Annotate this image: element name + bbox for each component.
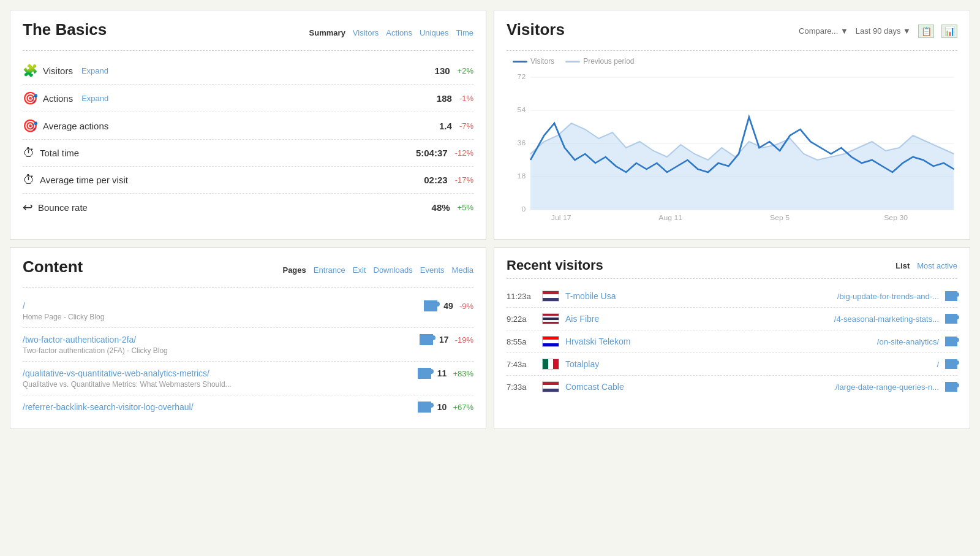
visitors-expand[interactable]: Expand <box>81 66 108 75</box>
chart-type-icon[interactable]: 📊 <box>941 25 957 38</box>
actions-count: 188 <box>437 93 452 104</box>
basics-label-bounce: ↩ Bounce rate <box>23 200 88 215</box>
legend-previous-line <box>565 61 580 63</box>
content-url-2[interactable]: /qualitative-vs-quantitative-web-analyti… <box>23 368 209 378</box>
basics-nav-time[interactable]: Time <box>456 28 473 37</box>
basics-panel: The Basics Summary Visitors Actions Uniq… <box>10 10 486 240</box>
chart-controls: Compare... ▼ Last 90 days ▼ 📋 📊 <box>799 25 957 38</box>
rv-page-3[interactable]: / <box>937 360 939 369</box>
legend-current-line <box>513 61 527 63</box>
rv-time-4: 7:33a <box>507 383 536 392</box>
content-nav-media[interactable]: Media <box>452 265 473 275</box>
rv-page-2[interactable]: /on-site-analytics/ <box>877 337 939 346</box>
rv-action-icon-3[interactable] <box>945 359 957 369</box>
content-nav-downloads[interactable]: Downloads <box>374 265 413 275</box>
legend-current-label: Visitors <box>530 57 554 66</box>
content-nav-exit[interactable]: Exit <box>353 265 366 275</box>
basics-label-avg-actions: 🎯 Average actions <box>23 118 108 133</box>
basics-nav-summary[interactable]: Summary <box>309 28 345 37</box>
svg-text:54: 54 <box>518 106 526 113</box>
content-stats-1: 17 -19% <box>420 334 473 345</box>
rv-page-4[interactable]: /large-date-range-queries-n... <box>835 383 939 392</box>
content-change-2: +83% <box>453 369 473 378</box>
period-dropdown[interactable]: Last 90 days ▼ <box>856 26 911 36</box>
avg-time-icon: ⏱ <box>23 173 35 187</box>
content-row-2-header: /qualitative-vs-quantitative-web-analyti… <box>23 368 473 379</box>
avg-time-label: Average time per visit <box>40 175 128 185</box>
rv-isp-3[interactable]: Totalplay <box>565 359 930 369</box>
rv-isp-4[interactable]: Comcast Cable <box>565 382 829 392</box>
visitors-chart-svg: 72 54 36 18 0 Jul 17 Aug 11 Sep 5 Sep 30 <box>507 68 957 227</box>
bounce-label: Bounce rate <box>38 202 88 213</box>
content-change-0: -9% <box>459 302 473 311</box>
rv-nav-list[interactable]: List <box>895 261 910 270</box>
content-url-1[interactable]: /two-factor-authentication-2fa/ <box>23 335 136 345</box>
basics-row-avg-actions: 🎯 Average actions 1.4 -7% <box>23 112 473 140</box>
total-time-change: -12% <box>455 148 473 158</box>
basics-label-total-time: ⏱ Total time <box>23 146 79 160</box>
visitors-chart-title: Visitors <box>507 20 565 39</box>
content-nav-events[interactable]: Events <box>420 265 445 275</box>
visitors-change: +2% <box>458 66 473 75</box>
basics-header: The Basics Summary Visitors Actions Uniq… <box>23 20 473 51</box>
content-change-1: -19% <box>455 335 473 345</box>
bounce-count: 48% <box>432 202 450 213</box>
rv-row-2: 8:55a Hrvatski Telekom /on-site-analytic… <box>507 330 957 353</box>
basics-label-avg-time: ⏱ Average time per visit <box>23 173 128 187</box>
visitors-value-group: 130 +2% <box>435 66 473 76</box>
basics-nav-uniques[interactable]: Uniques <box>420 28 449 37</box>
avg-time-change: -17% <box>455 175 473 185</box>
basics-title: The Basics <box>23 20 107 39</box>
compare-dropdown[interactable]: Compare... ▼ <box>799 26 848 36</box>
svg-text:36: 36 <box>518 139 526 147</box>
page-icon-0[interactable] <box>424 300 437 311</box>
page-icon-2[interactable] <box>418 368 431 379</box>
svg-text:72: 72 <box>518 73 526 80</box>
content-nav-entrance[interactable]: Entrance <box>314 265 345 275</box>
content-stats-2: 11 +83% <box>418 368 473 379</box>
content-desc-2: Qualitative vs. Quantitative Metrics: Wh… <box>23 380 473 389</box>
legend-current: Visitors <box>513 57 554 66</box>
avg-actions-count: 1.4 <box>439 121 452 131</box>
rv-action-icon-0[interactable] <box>945 291 957 301</box>
content-url-0[interactable]: / <box>23 301 25 311</box>
avg-time-count: 02:23 <box>424 175 447 185</box>
content-url-3[interactable]: /referrer-backlink-search-visitor-log-ov… <box>23 402 194 412</box>
rv-action-icon-4[interactable] <box>945 382 957 392</box>
rv-flag-0 <box>542 291 559 302</box>
rv-page-1[interactable]: /4-seasonal-marketing-stats... <box>834 314 939 324</box>
rv-action-icon-1[interactable] <box>945 314 957 324</box>
rv-row-0: 11:23a T-mobile Usa /big-update-for-tren… <box>507 285 957 308</box>
svg-text:Sep 5: Sep 5 <box>770 214 790 221</box>
content-row-3-header: /referrer-backlink-search-visitor-log-ov… <box>23 402 473 413</box>
rv-isp-2[interactable]: Hrvatski Telekom <box>565 337 871 346</box>
actions-icon: 🎯 <box>23 91 38 105</box>
basics-nav-visitors[interactable]: Visitors <box>353 28 379 37</box>
legend-previous-label: Previous period <box>583 57 634 66</box>
chart-legend: Visitors Previous period <box>507 57 957 66</box>
avg-time-value-group: 02:23 -17% <box>424 175 473 185</box>
rv-isp-1[interactable]: Ais Fibre <box>565 314 828 324</box>
actions-expand[interactable]: Expand <box>81 94 108 103</box>
content-stats-3: 10 +67% <box>418 402 473 413</box>
content-nav-pages[interactable]: Pages <box>282 265 306 275</box>
rv-flag-4 <box>542 381 559 392</box>
rv-page-0[interactable]: /big-update-for-trends-and-... <box>837 292 939 301</box>
basics-label-visitors: 🧩 Visitors Expand <box>23 63 108 78</box>
avg-actions-label: Average actions <box>43 121 108 131</box>
page-icon-3[interactable] <box>418 402 431 413</box>
recent-visitors-header: Recent visitors List Most active <box>507 257 957 279</box>
avg-actions-value-group: 1.4 -7% <box>439 121 473 131</box>
page-icon-1[interactable] <box>420 334 433 345</box>
basics-nav-actions[interactable]: Actions <box>386 28 412 37</box>
export-icon[interactable]: 📋 <box>918 25 934 38</box>
avg-actions-change: -7% <box>459 121 473 131</box>
content-count-2: 11 <box>437 368 447 378</box>
rv-nav-most-active[interactable]: Most active <box>917 261 957 270</box>
rv-isp-0[interactable]: T-mobile Usa <box>565 291 831 301</box>
actions-change: -1% <box>459 94 473 103</box>
visitors-chart-header: Visitors Compare... ▼ Last 90 days ▼ 📋 📊 <box>507 20 957 51</box>
visitors-label: Visitors <box>43 66 73 76</box>
rv-action-icon-2[interactable] <box>945 337 957 346</box>
basics-row-visitors: 🧩 Visitors Expand 130 +2% <box>23 57 473 85</box>
